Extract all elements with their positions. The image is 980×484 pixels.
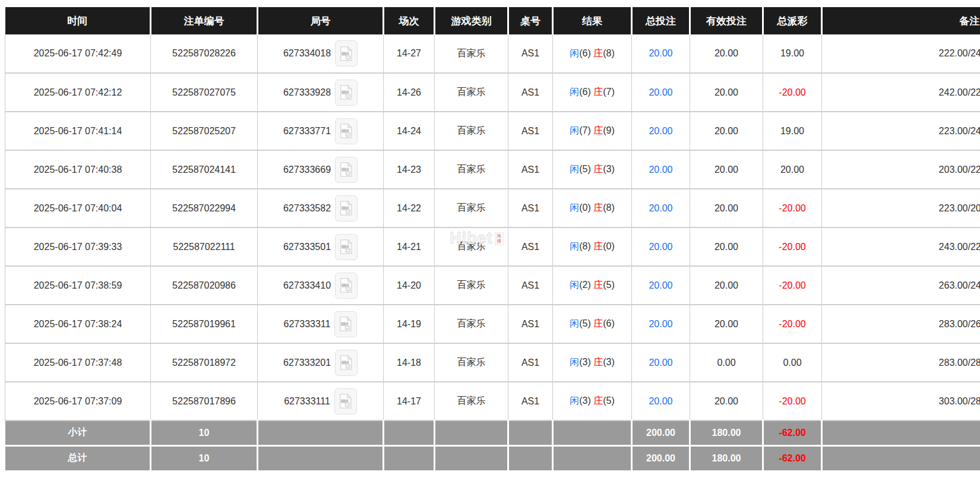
banker-label: 庄 [593, 125, 603, 135]
player-score: (0) [579, 203, 591, 213]
bet-records-table: 时间 注单编号 局号 场次 游戏类别 桌号 结果 总投注 有效投注 总派彩 备注… [5, 7, 980, 470]
session-cell: 14-26 [384, 73, 435, 112]
round-no-cell: 627333201 [258, 343, 384, 382]
player-label: 闲 [570, 318, 579, 328]
total-bet-cell: 20.00 [632, 73, 690, 112]
video-replay-icon [340, 355, 353, 371]
subtotal-valid-bet: 180.00 [690, 420, 763, 445]
round-no-text: 627333111 [284, 396, 330, 407]
bet-no-cell: 522587028226 [151, 34, 258, 73]
player-label: 闲 [570, 203, 579, 213]
subtotal-spacer [435, 420, 508, 445]
player-label: 闲 [570, 280, 579, 290]
round-no-cell: 627334018 [258, 34, 384, 73]
banker-label: 庄 [593, 241, 603, 251]
video-replay-button[interactable] [335, 273, 358, 299]
remark-cell: 263.00/243.00 [822, 266, 980, 305]
table-row: 2025-06-17 07:41:14 522587025207 6273337… [5, 112, 980, 150]
round-no-cell: 627333111 [258, 382, 384, 420]
valid-bet-cell: 20.00 [690, 305, 763, 343]
banker-score: (8) [603, 203, 615, 213]
result-cell: 闲(5) 庄(6) [553, 305, 632, 343]
payout-cell: -20.00 [763, 73, 822, 112]
banker-label: 庄 [593, 164, 603, 174]
bet-no-cell: 522587022994 [151, 189, 258, 227]
round-no-text: 627333582 [283, 203, 331, 214]
player-score: (6) [579, 48, 591, 58]
result-cell: 闲(3) 庄(3) [553, 343, 632, 382]
banker-score: (7) [603, 87, 615, 97]
valid-bet-cell: 20.00 [690, 227, 763, 266]
table-no-cell: AS1 [508, 34, 553, 73]
payout-cell: 19.00 [763, 34, 822, 73]
video-replay-button[interactable] [335, 80, 358, 106]
bet-no-cell: 522587018972 [151, 343, 258, 382]
round-no-text: 627333201 [283, 358, 331, 368]
grand-total-spacer [553, 445, 632, 470]
col-header-result: 结果 [553, 7, 632, 34]
bet-no-cell: 522587017896 [151, 382, 258, 420]
table-row: 2025-06-17 07:42:49 522587028226 6273340… [5, 34, 980, 73]
bet-no-cell: 522587024141 [151, 150, 258, 189]
bet-no-cell: 522587025207 [151, 112, 258, 150]
round-no-cell: 627333669 [258, 150, 384, 189]
grand-total-spacer [435, 445, 508, 470]
total-bet-cell: 20.00 [632, 112, 690, 150]
table-no-cell: AS1 [508, 382, 553, 420]
banker-label: 庄 [593, 87, 603, 97]
col-header-game-type: 游戏类别 [435, 7, 508, 34]
game-type-cell: 百家乐 [435, 382, 508, 420]
round-no-cell: 627333311 [258, 305, 384, 343]
payout-cell: 19.00 [763, 112, 822, 150]
col-header-valid-bet: 有效投注 [690, 7, 763, 34]
subtotal-spacer [258, 420, 384, 445]
time-cell: 2025-06-17 07:38:59 [5, 266, 151, 305]
valid-bet-cell: 20.00 [690, 382, 763, 420]
time-cell: 2025-06-17 07:37:09 [5, 382, 151, 420]
bet-no-cell: 522587019961 [151, 305, 258, 343]
table-row: 2025-06-17 07:37:48 522587018972 6273332… [5, 343, 980, 382]
game-type-cell: 百家乐 [435, 150, 508, 189]
table-no-cell: AS1 [508, 343, 553, 382]
player-score: (8) [579, 241, 591, 251]
player-label: 闲 [570, 87, 579, 97]
time-cell: 2025-06-17 07:41:14 [5, 112, 151, 150]
col-header-total-bet: 总投注 [632, 7, 690, 34]
result-cell: 闲(8) 庄(0) [553, 227, 632, 266]
grand-total-spacer [258, 445, 384, 470]
video-replay-button[interactable] [335, 157, 358, 183]
player-score: (3) [579, 396, 591, 406]
grand-total-payout: -62.00 [763, 445, 822, 470]
round-no-text: 627333669 [283, 165, 331, 175]
video-replay-button[interactable] [335, 195, 358, 222]
grand-total-spacer [384, 445, 435, 470]
round-no-cell: 627333410 [258, 266, 384, 305]
video-replay-button[interactable] [335, 40, 358, 67]
total-bet-cell: 20.00 [632, 266, 690, 305]
player-label: 闲 [570, 164, 579, 174]
game-type-cell: 百家乐 [435, 343, 508, 382]
table-row: 2025-06-17 07:40:04 522587022994 6273335… [5, 189, 980, 227]
result-cell: 闲(6) 庄(7) [553, 73, 632, 112]
round-no-text: 627333501 [283, 242, 331, 252]
video-replay-button[interactable] [335, 234, 358, 260]
video-replay-button[interactable] [335, 350, 358, 376]
table-row: 2025-06-17 07:37:09 522587017896 6273331… [5, 382, 980, 420]
grand-total-valid-bet: 180.00 [690, 445, 763, 470]
video-replay-button[interactable] [335, 118, 358, 144]
remark-cell: 283.00/263.00 [822, 305, 980, 343]
remark-cell: 242.00/222.00 [822, 73, 980, 112]
game-type-cell: 百家乐 [435, 73, 508, 112]
session-cell: 14-27 [384, 34, 435, 73]
session-cell: 14-23 [384, 150, 435, 189]
total-bet-cell: 20.00 [632, 343, 690, 382]
table-no-cell: AS1 [508, 189, 553, 227]
valid-bet-cell: 0.00 [690, 343, 763, 382]
player-label: 闲 [570, 357, 579, 367]
round-no-text: 627333771 [283, 126, 331, 137]
banker-label: 庄 [593, 396, 603, 406]
result-cell: 闲(0) 庄(8) [553, 189, 632, 227]
video-replay-button[interactable] [334, 311, 357, 337]
video-replay-button[interactable] [334, 388, 357, 415]
player-label: 闲 [570, 48, 579, 58]
